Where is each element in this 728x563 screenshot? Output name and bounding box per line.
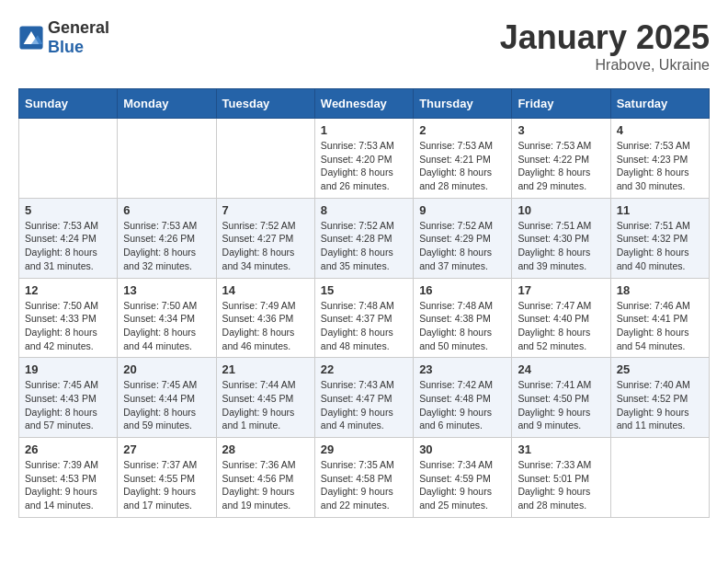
calendar-cell <box>216 119 314 199</box>
day-number: 23 <box>419 362 506 376</box>
page-header: General Blue January 2025 Hrabove, Ukrai… <box>18 18 710 74</box>
logo-text: General Blue <box>48 18 109 57</box>
day-info: Sunrise: 7:53 AM Sunset: 4:23 PM Dayligh… <box>617 139 703 193</box>
calendar-cell: 31Sunrise: 7:33 AM Sunset: 5:01 PM Dayli… <box>512 438 610 518</box>
day-info: Sunrise: 7:53 AM Sunset: 4:20 PM Dayligh… <box>321 139 407 193</box>
day-info: Sunrise: 7:50 AM Sunset: 4:34 PM Dayligh… <box>123 299 210 353</box>
calendar-cell: 12Sunrise: 7:50 AM Sunset: 4:33 PM Dayli… <box>19 278 118 358</box>
day-number: 13 <box>123 283 210 297</box>
day-info: Sunrise: 7:53 AM Sunset: 4:26 PM Dayligh… <box>123 219 210 273</box>
logo-icon <box>18 25 44 51</box>
day-number: 2 <box>419 123 506 137</box>
day-info: Sunrise: 7:35 AM Sunset: 4:58 PM Dayligh… <box>321 458 407 512</box>
calendar-week-2: 5Sunrise: 7:53 AM Sunset: 4:24 PM Daylig… <box>19 198 710 278</box>
weekday-sunday: Sunday <box>19 89 118 119</box>
day-info: Sunrise: 7:51 AM Sunset: 4:30 PM Dayligh… <box>518 219 604 273</box>
day-info: Sunrise: 7:39 AM Sunset: 4:53 PM Dayligh… <box>25 458 111 512</box>
title-block: January 2025 Hrabove, Ukraine <box>500 18 710 74</box>
calendar-cell: 22Sunrise: 7:43 AM Sunset: 4:47 PM Dayli… <box>314 358 413 438</box>
weekday-saturday: Saturday <box>610 89 709 119</box>
day-info: Sunrise: 7:52 AM Sunset: 4:28 PM Dayligh… <box>321 219 407 273</box>
day-info: Sunrise: 7:53 AM Sunset: 4:21 PM Dayligh… <box>419 139 506 193</box>
weekday-thursday: Thursday <box>414 89 512 119</box>
calendar-cell: 6Sunrise: 7:53 AM Sunset: 4:26 PM Daylig… <box>118 198 216 278</box>
day-info: Sunrise: 7:33 AM Sunset: 5:01 PM Dayligh… <box>518 458 604 512</box>
day-number: 29 <box>321 442 407 456</box>
day-info: Sunrise: 7:43 AM Sunset: 4:47 PM Dayligh… <box>321 378 407 432</box>
day-info: Sunrise: 7:41 AM Sunset: 4:50 PM Dayligh… <box>518 378 604 432</box>
day-info: Sunrise: 7:48 AM Sunset: 4:38 PM Dayligh… <box>419 299 506 353</box>
calendar-cell: 17Sunrise: 7:47 AM Sunset: 4:40 PM Dayli… <box>512 278 610 358</box>
logo: General Blue <box>18 18 109 57</box>
day-info: Sunrise: 7:34 AM Sunset: 4:59 PM Dayligh… <box>419 458 506 512</box>
calendar-cell: 4Sunrise: 7:53 AM Sunset: 4:23 PM Daylig… <box>610 119 709 199</box>
weekday-tuesday: Tuesday <box>216 89 314 119</box>
day-number: 5 <box>25 203 111 217</box>
calendar-week-5: 26Sunrise: 7:39 AM Sunset: 4:53 PM Dayli… <box>19 438 710 518</box>
calendar-cell: 30Sunrise: 7:34 AM Sunset: 4:59 PM Dayli… <box>414 438 512 518</box>
day-number: 31 <box>518 442 604 456</box>
calendar-cell: 19Sunrise: 7:45 AM Sunset: 4:43 PM Dayli… <box>19 358 118 438</box>
day-number: 19 <box>25 362 111 376</box>
calendar-cell: 3Sunrise: 7:53 AM Sunset: 4:22 PM Daylig… <box>512 119 610 199</box>
day-info: Sunrise: 7:42 AM Sunset: 4:48 PM Dayligh… <box>419 378 506 432</box>
day-number: 10 <box>518 203 604 217</box>
calendar-cell: 20Sunrise: 7:45 AM Sunset: 4:44 PM Dayli… <box>118 358 216 438</box>
day-number: 11 <box>617 203 703 217</box>
day-number: 1 <box>321 123 407 137</box>
day-number: 27 <box>123 442 210 456</box>
calendar-cell: 18Sunrise: 7:46 AM Sunset: 4:41 PM Dayli… <box>610 278 709 358</box>
calendar-cell: 29Sunrise: 7:35 AM Sunset: 4:58 PM Dayli… <box>314 438 413 518</box>
calendar-cell: 28Sunrise: 7:36 AM Sunset: 4:56 PM Dayli… <box>216 438 314 518</box>
day-number: 6 <box>123 203 210 217</box>
calendar-cell <box>610 438 709 518</box>
calendar-week-1: 1Sunrise: 7:53 AM Sunset: 4:20 PM Daylig… <box>19 119 710 199</box>
weekday-header-row: SundayMondayTuesdayWednesdayThursdayFrid… <box>19 89 710 119</box>
calendar-cell: 7Sunrise: 7:52 AM Sunset: 4:27 PM Daylig… <box>216 198 314 278</box>
day-number: 28 <box>222 442 309 456</box>
day-number: 9 <box>419 203 506 217</box>
calendar-cell: 5Sunrise: 7:53 AM Sunset: 4:24 PM Daylig… <box>19 198 118 278</box>
calendar-week-4: 19Sunrise: 7:45 AM Sunset: 4:43 PM Dayli… <box>19 358 710 438</box>
weekday-monday: Monday <box>118 89 216 119</box>
day-number: 15 <box>321 283 407 297</box>
day-number: 4 <box>617 123 703 137</box>
calendar-cell: 26Sunrise: 7:39 AM Sunset: 4:53 PM Dayli… <box>19 438 118 518</box>
day-info: Sunrise: 7:45 AM Sunset: 4:44 PM Dayligh… <box>123 378 210 432</box>
calendar-cell: 11Sunrise: 7:51 AM Sunset: 4:32 PM Dayli… <box>610 198 709 278</box>
day-number: 16 <box>419 283 506 297</box>
day-number: 20 <box>123 362 210 376</box>
day-info: Sunrise: 7:53 AM Sunset: 4:22 PM Dayligh… <box>518 139 604 193</box>
weekday-friday: Friday <box>512 89 610 119</box>
calendar-cell <box>19 119 118 199</box>
day-info: Sunrise: 7:48 AM Sunset: 4:37 PM Dayligh… <box>321 299 407 353</box>
day-info: Sunrise: 7:52 AM Sunset: 4:27 PM Dayligh… <box>222 219 309 273</box>
day-info: Sunrise: 7:44 AM Sunset: 4:45 PM Dayligh… <box>222 378 309 432</box>
day-info: Sunrise: 7:53 AM Sunset: 4:24 PM Dayligh… <box>25 219 111 273</box>
calendar-cell: 27Sunrise: 7:37 AM Sunset: 4:55 PM Dayli… <box>118 438 216 518</box>
weekday-wednesday: Wednesday <box>314 89 413 119</box>
day-number: 18 <box>617 283 703 297</box>
day-number: 8 <box>321 203 407 217</box>
calendar-cell: 8Sunrise: 7:52 AM Sunset: 4:28 PM Daylig… <box>314 198 413 278</box>
day-number: 30 <box>419 442 506 456</box>
calendar-table: SundayMondayTuesdayWednesdayThursdayFrid… <box>18 88 710 518</box>
month-title: January 2025 <box>500 18 710 57</box>
day-number: 14 <box>222 283 309 297</box>
day-number: 12 <box>25 283 111 297</box>
calendar-cell: 23Sunrise: 7:42 AM Sunset: 4:48 PM Dayli… <box>414 358 512 438</box>
day-info: Sunrise: 7:45 AM Sunset: 4:43 PM Dayligh… <box>25 378 111 432</box>
calendar-cell: 21Sunrise: 7:44 AM Sunset: 4:45 PM Dayli… <box>216 358 314 438</box>
calendar-cell: 16Sunrise: 7:48 AM Sunset: 4:38 PM Dayli… <box>414 278 512 358</box>
calendar-cell: 9Sunrise: 7:52 AM Sunset: 4:29 PM Daylig… <box>414 198 512 278</box>
day-number: 21 <box>222 362 309 376</box>
calendar-cell: 13Sunrise: 7:50 AM Sunset: 4:34 PM Dayli… <box>118 278 216 358</box>
day-number: 7 <box>222 203 309 217</box>
calendar-cell: 1Sunrise: 7:53 AM Sunset: 4:20 PM Daylig… <box>314 119 413 199</box>
calendar-cell: 25Sunrise: 7:40 AM Sunset: 4:52 PM Dayli… <box>610 358 709 438</box>
calendar-week-3: 12Sunrise: 7:50 AM Sunset: 4:33 PM Dayli… <box>19 278 710 358</box>
calendar-cell: 15Sunrise: 7:48 AM Sunset: 4:37 PM Dayli… <box>314 278 413 358</box>
day-info: Sunrise: 7:50 AM Sunset: 4:33 PM Dayligh… <box>25 299 111 353</box>
day-number: 22 <box>321 362 407 376</box>
day-info: Sunrise: 7:37 AM Sunset: 4:55 PM Dayligh… <box>123 458 210 512</box>
